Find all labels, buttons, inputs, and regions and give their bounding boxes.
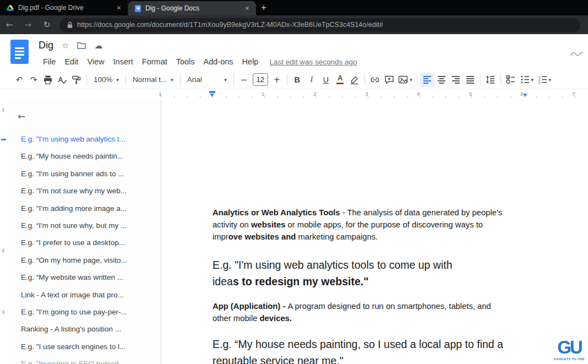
text-color-button[interactable]: A [333, 73, 347, 87]
toolbar-separator [417, 74, 417, 85]
bold-button[interactable]: B [290, 73, 304, 87]
outline-item[interactable]: E.g. “My website was written ... [8, 269, 157, 286]
decrease-font-size-button[interactable]: − [237, 73, 251, 87]
ruler-number: 2 [2, 247, 4, 253]
tab-title: Dig - Google Docs [145, 4, 238, 12]
left-indent-marker[interactable] [210, 94, 214, 97]
doc-paragraph-app[interactable]: App (Application) - A program designed t… [213, 301, 532, 325]
print-button[interactable] [41, 73, 55, 87]
undo-button[interactable]: ↶ [12, 73, 26, 87]
menu-format[interactable]: Format [138, 56, 172, 68]
toolbar-separator [500, 74, 501, 85]
close-outline-button[interactable]: ← [18, 111, 25, 122]
new-tab-button[interactable]: + [256, 0, 271, 15]
ruler-number: 1 [159, 91, 161, 97]
star-icon[interactable]: ☆ [62, 41, 69, 51]
last-edit-link[interactable]: Last edit was seconds ago [269, 58, 357, 66]
close-tab-icon[interactable]: × [243, 3, 252, 13]
menu-edit[interactable]: Edit [60, 56, 83, 68]
menu-file[interactable]: File [39, 56, 60, 68]
outline-item[interactable]: E.g. "I'm using web analytics t... [8, 131, 157, 148]
document-title[interactable]: Dig [39, 40, 53, 51]
back-icon[interactable]: ← [0, 20, 19, 30]
doc-paragraph-analytics[interactable]: Analytics or Web Analytics Tools - The a… [213, 207, 532, 243]
horizontal-ruler[interactable]: 1 1 2 3 4 5 6 7 [0, 89, 588, 100]
underline-button[interactable]: U [319, 73, 333, 87]
outline-item[interactable]: E.g. “My house needs paintin... [8, 148, 157, 165]
add-comment-button[interactable] [382, 73, 396, 87]
outline-item[interactable]: E.g. "I'm not sure why my web... [8, 182, 157, 199]
reload-icon[interactable]: ↻ [37, 20, 56, 30]
spellcheck-button[interactable]: A [55, 73, 69, 87]
zoom-value: 100% [94, 75, 113, 84]
close-tab-icon[interactable]: × [115, 3, 123, 13]
url-bar[interactable]: https://docs.google.com/document/d/1T1mX… [59, 18, 580, 32]
numbered-list-button[interactable]: 123 ▾ [536, 73, 553, 87]
outline-item[interactable]: E.g. "I'm going to use pay-per-... [8, 303, 157, 320]
align-right-button[interactable] [449, 73, 463, 87]
zoom-select[interactable]: 100%▾ [90, 73, 123, 87]
first-line-indent-marker[interactable] [209, 91, 215, 93]
font-select[interactable]: Arial▾ [183, 73, 231, 87]
menu-help[interactable]: Help [238, 56, 263, 68]
increase-font-size-button[interactable]: + [270, 73, 284, 87]
menu-view[interactable]: View [83, 56, 108, 68]
checklist-button[interactable] [504, 73, 518, 87]
tab-bar: Dig.pdf - Google Drive × Dig - Google Do… [0, 0, 588, 15]
insert-image-button[interactable]: ▾ [396, 73, 414, 87]
outline-item[interactable]: E.g. “On my home page, visito... [8, 252, 157, 269]
doc-paragraph-eg-house[interactable]: E.g. “My house needs painting, so I used… [213, 336, 532, 364]
forward-icon[interactable]: → [19, 20, 37, 30]
gadgetstouse-watermark: GU GADGETS TO USE [554, 338, 585, 361]
align-center-button[interactable] [434, 73, 449, 87]
browser-tab-drive[interactable]: Dig.pdf - Google Drive × [0, 0, 128, 15]
outline-item[interactable]: E.g. "Investing in SEO helped... [8, 355, 157, 364]
ruler-number: 5 [469, 91, 472, 97]
styles-select[interactable]: Normal t...▾ [129, 73, 177, 87]
insert-link-button[interactable] [368, 73, 382, 87]
align-left-button[interactable] [420, 73, 434, 87]
ruler-number: 3 [365, 91, 368, 97]
outline-item[interactable]: E.g. "I'm adding more image a... [8, 200, 157, 217]
google-drive-icon [7, 4, 14, 11]
menu-insert[interactable]: Insert [109, 56, 138, 68]
document-page[interactable]: Analytics or Web Analytics Tools - The a… [161, 100, 588, 364]
bullet-list-button[interactable]: ▾ [518, 73, 536, 87]
toolbar-separator [180, 74, 181, 85]
ruler-number: 7 [572, 91, 575, 97]
line-spacing-button[interactable] [483, 73, 498, 87]
menu-tools[interactable]: Tools [172, 56, 199, 68]
menu-add-ons[interactable]: Add-ons [199, 56, 238, 68]
gadgetstouse-caption: GADGETS TO USE [554, 357, 585, 361]
cloud-status-icon[interactable]: ☁ [94, 41, 102, 51]
content-area: 1 2 3 ← E.g. "I'm using web analytics t.… [0, 100, 588, 364]
browser-tab-docs[interactable]: Dig - Google Docs × [128, 1, 256, 15]
outline-item[interactable]: E.g. “I prefer to use a desktop... [8, 234, 157, 251]
toolbar-separator [126, 74, 126, 85]
outline-item[interactable]: E.g. “I'm not sure why, but my ... [8, 217, 157, 234]
right-indent-marker[interactable] [523, 94, 527, 97]
outline-item[interactable]: E.g. "I use search engines to l... [8, 338, 157, 355]
paint-format-button[interactable] [69, 73, 84, 87]
chevron-down-icon: ▾ [224, 77, 227, 83]
url-text: https://docs.google.com/document/d/1T1mX… [77, 21, 383, 29]
doc-paragraph-eg-web-analytics[interactable]: E.g. "I'm using web analytics tools to c… [213, 257, 532, 290]
address-bar: ← → ↻ https://docs.google.com/document/d… [0, 15, 588, 34]
highlight-color-button[interactable] [347, 73, 362, 87]
ruler-number: 3 [2, 309, 4, 315]
outline-item[interactable]: Link - A text or image that pro... [8, 286, 157, 303]
browser-window: Dig.pdf - Google Drive × Dig - Google Do… [0, 0, 588, 364]
outline-list: E.g. "I'm using web analytics t... E.g. … [8, 131, 157, 364]
justify-button[interactable] [463, 73, 477, 87]
tab-title: Dig.pdf - Google Drive [18, 4, 110, 12]
google-docs-logo[interactable] [10, 40, 29, 64]
outline-item[interactable]: Ranking - A listing's position ... [8, 320, 157, 338]
outline-item[interactable]: E.g. "I'm using banner ads to ... [8, 165, 157, 182]
italic-button[interactable]: I [304, 73, 319, 87]
docs-header: Dig ☆ ☁ File Edit View Insert Format Too… [0, 34, 588, 70]
redo-button[interactable]: ↷ [26, 73, 41, 87]
menu-bar: File Edit View Insert Format Tools Add-o… [39, 56, 357, 68]
move-folder-icon[interactable] [77, 42, 86, 49]
google-docs-icon [135, 5, 141, 12]
font-size-input[interactable]: 12 [253, 73, 268, 86]
